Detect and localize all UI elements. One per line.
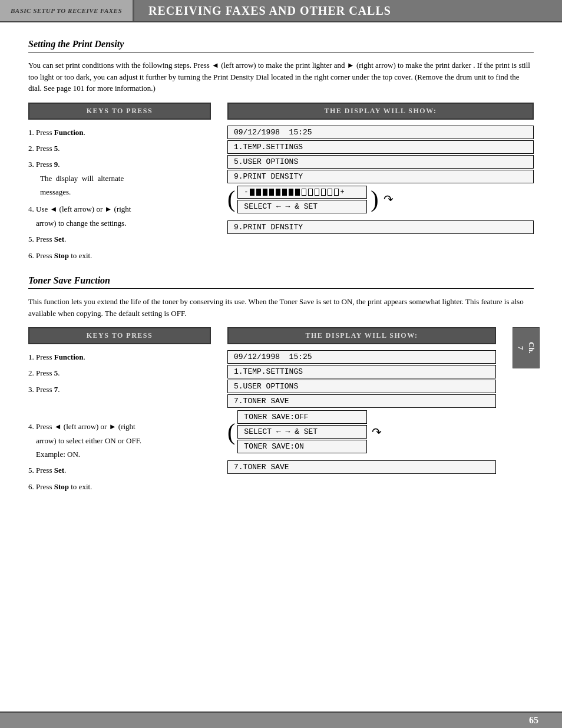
main-content: Setting the Print Density You can set pr… [0,22,562,518]
section2-keys-col: KEYS TO PRESS 1. Press Function. 2. Pres… [28,327,211,496]
section2-title: Toner Save Function [28,275,534,289]
header-left-text: BASIC SETUP TO RECEIVE FAXES [0,0,134,21]
section2-display-col: THE DISPLAY WILL SHOW: 09/12/1998 15:25 … [227,327,496,474]
section1-keys-col: KEYS TO PRESS 1. Press Function. 2. Pres… [28,103,211,265]
section1-body: You can set print conditions with the fo… [28,60,534,94]
list-item: 5. Press Set. [28,463,211,477]
list-item: 6. Press Stop to exit. [28,249,211,262]
display-screen: 7.TONER SAVE [227,460,496,474]
right-arrow-icon: ↷ [384,192,394,206]
list-item: 3. Press 7. [28,383,211,396]
section2-two-col: KEYS TO PRESS 1. Press Function. 2. Pres… [28,327,534,496]
display-screen: 7.TONER SAVE [227,394,496,408]
open-bracket-icon: ( [227,187,235,211]
list-item: 2. Press 5. [28,141,211,155]
chapter-tab: Ch. 7 [513,327,540,368]
density-bar-display: -+ [237,186,367,199]
density-filled-block [263,189,267,196]
section1-display-bar: THE DISPLAY WILL SHOW: [227,103,534,120]
section1-title: Setting the Print Density [28,39,534,52]
density-empty-block [328,189,332,196]
density-empty-block [302,189,306,196]
list-item: The display will alternatemessages. [28,172,211,199]
header-right-text: RECEIVING FAXES AND OTHER CALLS [134,0,562,21]
section2-screens: 09/12/1998 15:25 1.TEMP.SETTINGS 5.USER … [227,350,496,474]
list-item: 1. Press Function. [28,350,211,364]
section1-two-col: KEYS TO PRESS 1. Press Function. 2. Pres… [28,103,534,265]
density-filled-block [289,189,293,196]
open-bracket-icon: ( [227,420,235,444]
display-screen: 5.USER OPTIONS [227,380,496,393]
density-empty-block [315,189,319,196]
close-bracket-icon: ) [371,187,378,211]
display-screen: 1.TEMP.SETTINGS [227,365,496,378]
list-item: 3. Press 9. [28,157,211,171]
density-filled-block [256,189,261,196]
display-screen: 09/12/1998 15:25 [227,126,534,139]
density-filled-block [276,189,280,196]
density-empty-block [321,189,326,196]
density-empty-block [334,189,339,196]
display-screen: 9.PRINT DFNSITY [227,220,534,234]
density-filled-block [269,189,274,196]
display-screen: 9.PRINT DENSITY [227,170,534,183]
display-screen: SELECT ← → & SET [237,425,367,439]
display-screen: SELECT ← → & SET [237,200,367,213]
section2-keys-bar: KEYS TO PRESS [28,327,211,344]
bracket-inner: -+ SELECT ← → & SET [237,186,367,213]
list-item: 4. Press ◄ (left arrow) or ► (right arro… [28,420,211,461]
display-screen: 5.USER OPTIONS [227,155,534,169]
section1-steps: 1. Press Function. 2. Press 5. 3. Press … [28,126,211,263]
display-screen: 1.TEMP.SETTINGS [227,140,534,154]
page-number: 65 [529,715,538,726]
display-screen: TONER SAVE:OFF [237,410,367,424]
density-filled-block [250,189,254,196]
toner-bracket-group: ( TONER SAVE:OFF SELECT ← → & SET TONER … [227,410,496,453]
density-filled-block [295,189,300,196]
page-footer: 65 [0,711,562,728]
display-screen: TONER SAVE:ON [237,440,367,453]
section1-display-col: THE DISPLAY WILL SHOW: 09/12/1998 15:25 … [227,103,534,234]
header-bar: BASIC SETUP TO RECEIVE FAXES RECEIVING F… [0,0,562,22]
list-item: 6. Press Stop to exit. [28,480,211,493]
section2-body: This function lets you extend the life o… [28,296,534,319]
density-empty-block [308,189,313,196]
list-item: 2. Press 5. [28,366,211,380]
list-item: 4. Use ◄ (left arrow) or ► (right arrow)… [28,202,211,230]
density-filled-block [282,189,287,196]
list-item: 5. Press Set. [28,232,211,246]
section2-display-bar: THE DISPLAY WILL SHOW: [227,327,496,344]
section1-screens: 09/12/1998 15:25 1.TEMP.SETTINGS 5.USER … [227,126,534,234]
right-arrow-icon: ↷ [372,425,382,439]
display-screen: 09/12/1998 15:25 [227,350,496,364]
section1-keys-bar: KEYS TO PRESS [28,103,211,120]
bracket-group: ( -+ SELECT ← → & SET ) ↷ [227,186,534,213]
list-item: 1. Press Function. [28,126,211,139]
bracket-inner: TONER SAVE:OFF SELECT ← → & SET TONER SA… [237,410,367,453]
section2-steps: 1. Press Function. 2. Press 5. 3. Press … [28,350,211,493]
